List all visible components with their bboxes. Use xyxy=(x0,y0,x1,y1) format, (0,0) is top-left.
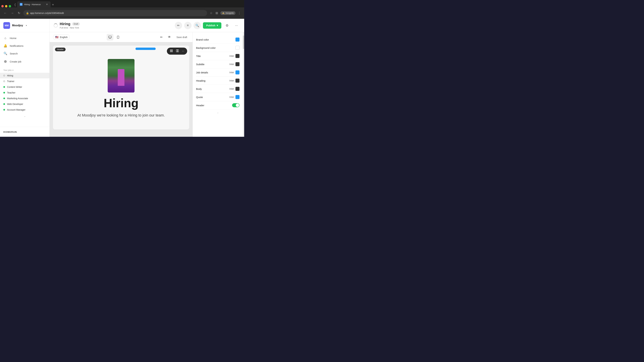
company-chevron-icon[interactable]: ▾ xyxy=(26,24,27,27)
job-details-color-swatch[interactable] xyxy=(236,70,240,74)
main-scrollbar[interactable] xyxy=(243,32,244,137)
incognito-badge[interactable]: 🕵 Incognito xyxy=(220,11,236,15)
your-jobs-label[interactable]: Your jobs ▾ xyxy=(3,69,46,71)
your-jobs-chevron-icon: ▾ xyxy=(12,69,14,71)
svg-rect-9 xyxy=(176,50,177,52)
sidebar-item-search[interactable]: 🔍 Search xyxy=(0,50,50,57)
panel-row-body: Body Inter xyxy=(196,85,240,93)
job-title: Hiring xyxy=(60,22,70,26)
more-options-btn[interactable]: ⋮ xyxy=(237,10,242,15)
subtitle-font-value: Inter xyxy=(230,62,240,66)
forward-btn[interactable]: → xyxy=(10,10,15,16)
job-item-content-writer[interactable]: Content Writer xyxy=(0,84,50,90)
sidebar-notifications-label: Notifications xyxy=(10,44,24,47)
desktop-view-btn[interactable] xyxy=(107,34,113,40)
job-title-marketing: Marketing Associate xyxy=(7,97,28,100)
heading-color-swatch[interactable] xyxy=(236,79,240,83)
job-details-font-value: Inter xyxy=(230,70,240,74)
sidebar-item-create-job[interactable]: ⊕ Create job xyxy=(0,57,50,66)
subtitle-font-name: Inter xyxy=(230,63,234,65)
new-tab-btn[interactable]: + xyxy=(51,2,55,7)
job-item-teacher[interactable]: Teacher xyxy=(0,90,50,95)
job-details-font-label: Job details xyxy=(196,71,208,74)
job-status-live-5 xyxy=(3,109,5,111)
save-draft-btn[interactable]: Save draft xyxy=(174,35,189,39)
panel-row-subtitle: Subtitle Inter xyxy=(196,60,240,68)
title-color-swatch[interactable] xyxy=(236,54,240,58)
sidebar-item-home[interactable]: ⌂ Home xyxy=(0,34,50,42)
heading-font-label: Heading xyxy=(196,79,206,82)
block-layout-btn[interactable] xyxy=(168,49,174,54)
body-font-name: Inter xyxy=(230,87,234,90)
brand-color-swatch[interactable] xyxy=(236,37,240,41)
subtitle-font-label: Subtitle xyxy=(196,63,204,66)
pen-tool-btn[interactable]: ✏ xyxy=(158,34,164,40)
main-content: Hiring Draft Full-time · New York ✏ ≡ 🔍 … xyxy=(50,19,244,137)
toolbar-left: 🇺🇸 English xyxy=(53,34,70,40)
more-options-topbar-btn[interactable]: ··· xyxy=(233,22,240,29)
browser-controls: ← → ↻ 🔒 app.homerun.co/job/336546/edit ☆… xyxy=(0,7,244,19)
eye-btn[interactable]: 👁 xyxy=(166,34,172,40)
language-label: English xyxy=(60,36,68,38)
svg-rect-5 xyxy=(170,50,171,50)
block-label: Header xyxy=(55,48,66,51)
sidebar-search-label: Search xyxy=(10,52,18,55)
bg-color-swatch[interactable] xyxy=(236,46,240,50)
back-btn[interactable]: ← xyxy=(3,10,8,16)
block-more-btn[interactable]: ··· xyxy=(180,49,186,53)
settings-btn[interactable]: ⚙ xyxy=(224,22,231,29)
language-selector[interactable]: 🇺🇸 English xyxy=(53,34,70,40)
header-toggle-label: Header xyxy=(196,104,204,107)
job-item-account-manager[interactable]: Account Manager xyxy=(0,107,50,113)
body-color-swatch[interactable] xyxy=(236,87,240,91)
tab-favicon: H xyxy=(20,3,22,6)
block-columns-btn[interactable] xyxy=(174,49,180,54)
title-font-label: Title xyxy=(196,55,201,57)
window-min-btn[interactable] xyxy=(5,5,8,7)
mobile-view-btn[interactable] xyxy=(115,34,122,40)
job-title-trainer: Trainer xyxy=(7,80,14,83)
reload-btn[interactable]: ↻ xyxy=(17,10,21,16)
editor-area: 🇺🇸 English ✏ 👁 xyxy=(50,32,244,137)
incognito-label: Incognito xyxy=(226,12,234,14)
address-bar[interactable]: 🔒 app.homerun.co/job/336546/edit xyxy=(23,10,207,16)
job-title-area: Hiring Draft Full-time · New York xyxy=(60,22,80,29)
search-icon: 🔍 xyxy=(3,52,8,55)
search-btn[interactable]: 🔍 xyxy=(194,22,201,29)
sidebar-item-notifications[interactable]: 🔔 Notifications xyxy=(0,42,50,50)
subtitle-color-swatch[interactable] xyxy=(236,62,240,66)
publish-button[interactable]: Publish ▾ xyxy=(203,22,221,29)
browser-chrome: ⟨ H Hiring - Homerun ✕ + ← → ↻ 🔒 app.hom… xyxy=(0,0,244,19)
job-item-trainer[interactable]: Trainer xyxy=(0,78,50,84)
toggle-knob xyxy=(236,104,239,107)
window-max-btn[interactable] xyxy=(9,5,11,7)
tab-close-btn[interactable]: ✕ xyxy=(46,3,48,6)
scroll-down-indicator: ⌄ xyxy=(24,115,26,117)
avatar: MM xyxy=(3,22,10,29)
quote-font-value: Inter xyxy=(230,95,240,99)
svg-rect-7 xyxy=(170,51,171,52)
desktop-icon xyxy=(108,35,112,39)
job-item-web-dev[interactable]: Web Developer xyxy=(0,101,50,107)
extensions-btn[interactable]: ⊞ xyxy=(215,10,219,15)
brand-color-label: Brand color xyxy=(196,38,209,41)
job-item-hiring[interactable]: Hiring xyxy=(0,73,50,78)
window-close-btn[interactable] xyxy=(1,5,4,7)
job-header-image[interactable] xyxy=(108,59,134,92)
flag-icon: 🇺🇸 xyxy=(55,35,58,39)
new-tab-btn-left[interactable]: ⟨ xyxy=(13,2,17,7)
address-text: app.homerun.co/job/336546/edit xyxy=(30,12,64,14)
sidebar: MM Moodjoy ▾ ⌂ Home 🔔 Notifications 🔍 Se… xyxy=(0,19,50,137)
job-canvas[interactable]: Header ··· xyxy=(50,42,192,137)
preview-list-btn[interactable]: ≡ xyxy=(184,22,192,29)
edit-btn[interactable]: ✏ xyxy=(175,22,182,29)
home-icon: ⌂ xyxy=(3,36,8,40)
header-toggle-value xyxy=(232,103,240,107)
layout-icon xyxy=(170,49,173,52)
job-item-marketing[interactable]: Marketing Associate xyxy=(0,95,50,101)
body-font-label: Body xyxy=(196,87,202,90)
quote-color-swatch[interactable] xyxy=(236,95,240,99)
active-tab[interactable]: H Hiring - Homerun ✕ xyxy=(17,1,51,7)
header-toggle[interactable] xyxy=(232,103,240,107)
bookmark-btn[interactable]: ☆ xyxy=(209,10,213,15)
